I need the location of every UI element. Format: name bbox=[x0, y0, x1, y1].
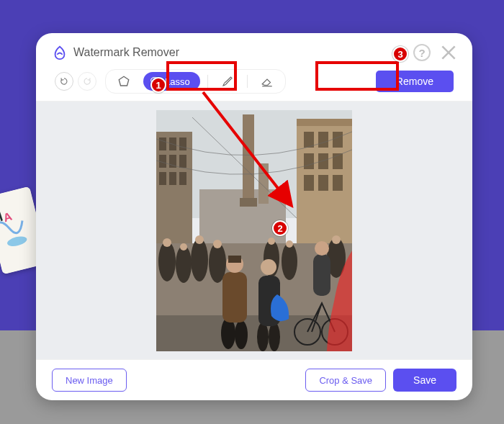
svg-rect-21 bbox=[304, 132, 314, 148]
watermark-remover-panel: Watermark Remover ? bbox=[36, 33, 472, 400]
title-bar: Watermark Remover ? bbox=[36, 33, 472, 66]
separator bbox=[207, 75, 208, 88]
footer-bar: New Image Crop & Save Save bbox=[36, 360, 472, 400]
svg-rect-14 bbox=[159, 155, 166, 168]
brush-tool-icon[interactable] bbox=[215, 72, 240, 91]
svg-rect-24 bbox=[304, 153, 314, 169]
svg-point-38 bbox=[176, 245, 192, 283]
brand-icon bbox=[52, 45, 68, 60]
svg-rect-25 bbox=[318, 153, 328, 169]
svg-point-45 bbox=[180, 243, 187, 251]
svg-rect-17 bbox=[159, 172, 166, 185]
svg-rect-23 bbox=[333, 132, 343, 148]
polygon-tool-icon[interactable] bbox=[112, 72, 136, 91]
image-canvas[interactable] bbox=[36, 101, 472, 360]
help-button[interactable]: ? bbox=[413, 44, 431, 61]
lasso-tool-button[interactable]: Lasso bbox=[143, 72, 200, 91]
svg-point-6 bbox=[151, 78, 159, 84]
svg-rect-28 bbox=[318, 175, 328, 191]
svg-point-37 bbox=[158, 241, 176, 281]
svg-rect-29 bbox=[333, 175, 343, 191]
remove-button[interactable]: Remove bbox=[376, 71, 454, 92]
lasso-icon bbox=[149, 76, 161, 87]
separator bbox=[247, 75, 248, 88]
svg-rect-15 bbox=[169, 155, 176, 168]
svg-rect-32 bbox=[243, 114, 254, 201]
lasso-label: Lasso bbox=[165, 76, 190, 87]
tool-group: Lasso bbox=[105, 69, 286, 94]
svg-point-57 bbox=[269, 322, 280, 351]
svg-rect-12 bbox=[169, 137, 176, 150]
svg-point-7 bbox=[152, 85, 153, 86]
svg-point-44 bbox=[163, 238, 171, 247]
svg-point-39 bbox=[191, 238, 208, 281]
svg-rect-27 bbox=[304, 175, 314, 191]
svg-point-59 bbox=[261, 259, 276, 275]
history-group bbox=[55, 72, 96, 91]
svg-point-52 bbox=[235, 320, 248, 349]
undo-button[interactable] bbox=[55, 72, 73, 91]
close-button[interactable] bbox=[439, 43, 458, 62]
working-image bbox=[156, 110, 352, 351]
svg-point-46 bbox=[195, 235, 204, 244]
app-title: Watermark Remover bbox=[73, 46, 179, 59]
eraser-tool-icon[interactable] bbox=[255, 72, 279, 91]
svg-point-48 bbox=[268, 238, 275, 245]
crop-and-save-button[interactable]: Crop & Save bbox=[305, 369, 386, 392]
svg-rect-19 bbox=[179, 172, 186, 185]
svg-rect-13 bbox=[179, 137, 186, 150]
svg-rect-34 bbox=[258, 163, 269, 204]
svg-point-56 bbox=[257, 322, 269, 351]
svg-rect-18 bbox=[169, 172, 176, 185]
svg-rect-55 bbox=[228, 256, 241, 263]
toolbar: Lasso Remove bbox=[36, 66, 472, 101]
redo-button[interactable] bbox=[78, 72, 96, 91]
svg-rect-33 bbox=[240, 198, 257, 207]
new-image-button[interactable]: New Image bbox=[52, 369, 127, 392]
lasso-selection-overlay bbox=[287, 218, 352, 351]
save-button[interactable]: Save bbox=[393, 369, 456, 392]
svg-point-47 bbox=[213, 240, 222, 248]
svg-rect-11 bbox=[159, 137, 166, 150]
svg-rect-30 bbox=[297, 119, 352, 126]
svg-rect-22 bbox=[318, 132, 328, 148]
svg-rect-16 bbox=[179, 155, 186, 168]
svg-rect-53 bbox=[222, 272, 247, 322]
